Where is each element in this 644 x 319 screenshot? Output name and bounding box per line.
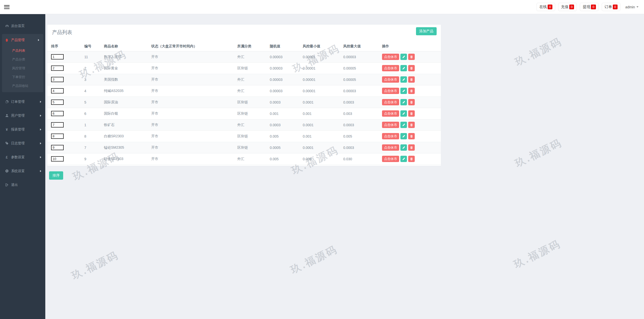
delete-button[interactable] (408, 54, 415, 60)
cell-random-value: 0.005 (266, 153, 299, 165)
cell-random-value: 0.00003 (266, 85, 299, 97)
table-row: 7 锰硅SM2305 开市 区块链 0.0005 0.0001 0.0003 点… (47, 142, 441, 153)
sidebar-item-logout[interactable]: 退出 (0, 178, 45, 192)
col-header-risk-max: 风控最大值 (339, 42, 378, 51)
sidebar-subitem-label: 产品列表 (12, 48, 25, 53)
stat-withdraw-label: 提现 (583, 5, 590, 9)
delete-button[interactable] (408, 156, 415, 162)
sidebar-item-order-management[interactable]: 订单管理 (0, 95, 45, 109)
cell-risk-min: 0.008 (299, 153, 339, 165)
edit-button[interactable] (400, 122, 407, 128)
toggle-market-button[interactable]: 点击休市 (382, 110, 399, 117)
toggle-market-button[interactable]: 点击休市 (382, 76, 399, 83)
sort-input[interactable] (51, 145, 64, 150)
pencil-icon (402, 157, 405, 161)
stat-recharge-badge: 0 (569, 5, 574, 9)
stat-recharge[interactable]: 充值 0 (558, 3, 577, 11)
cell-risk-min: 0.00001 (299, 85, 339, 97)
toggle-market-button[interactable]: 点击休市 (382, 156, 399, 162)
cell-id: 9 (81, 153, 100, 165)
sidebar: 后台首页 ฿ 产品管理 产品列表 产品分类 风控管理 下单管控 产品回收站 订单… (0, 14, 45, 319)
edit-button[interactable] (400, 99, 407, 105)
cell-risk-min: 0.001 (299, 108, 339, 119)
admin-dropdown[interactable]: admin (625, 5, 638, 9)
cell-category: 区块链 (234, 142, 266, 153)
pencil-icon (402, 101, 405, 104)
delete-button[interactable] (408, 144, 415, 151)
sort-input[interactable] (51, 111, 64, 116)
edit-button[interactable] (400, 76, 407, 83)
sidebar-item-report-management[interactable]: ¥ 报表管理 (0, 122, 45, 136)
cell-sort (47, 153, 81, 165)
edit-button[interactable] (400, 65, 407, 71)
cell-risk-max: 0.0003 (339, 142, 378, 153)
col-header-random: 随机值 (266, 42, 299, 51)
cell-status: 开市 (147, 108, 234, 119)
stat-withdraw[interactable]: 提现 0 (580, 3, 598, 11)
cell-actions: 点击休市 (378, 108, 441, 119)
sort-input[interactable] (51, 77, 64, 82)
delete-button[interactable] (408, 99, 415, 105)
sidebar-item-dashboard[interactable]: 后台首页 (0, 20, 45, 32)
sidebar-item-product-management[interactable]: ฿ 产品管理 (2, 34, 43, 46)
hamburger-menu-icon[interactable] (4, 5, 10, 9)
cell-id: 4 (81, 85, 100, 97)
cell-risk-max: 0.00005 (339, 62, 378, 74)
table-row: 1 铁矿石 开市 外汇 0.0003 0.0001 0.0003 点击休市 (47, 119, 441, 131)
stat-online[interactable]: 在线 0 (537, 3, 555, 11)
sidebar-item-label: 系统设置 (11, 169, 25, 173)
toggle-market-button[interactable]: 点击休市 (382, 133, 399, 139)
sidebar-subitem-product-list[interactable]: 产品列表 (2, 46, 43, 55)
delete-button[interactable] (408, 76, 415, 83)
sort-input[interactable] (51, 100, 64, 105)
delete-button[interactable] (408, 88, 415, 94)
cell-product-name: 铁矿石 (100, 119, 147, 131)
add-product-button[interactable]: 添加产品 (416, 27, 437, 35)
sort-input[interactable] (51, 156, 64, 162)
sidebar-subitem-product-recycle[interactable]: 产品回收站 (2, 81, 43, 90)
sidebar-item-user-management[interactable]: 用户管理 (0, 109, 45, 122)
edit-button[interactable] (400, 88, 407, 94)
cell-product-name: 锰硅SM2305 (100, 142, 147, 153)
stat-orders[interactable]: 订单 0 (602, 3, 620, 11)
sort-input[interactable] (51, 122, 64, 127)
trash-icon (410, 112, 413, 115)
stat-withdraw-badge: 0 (591, 5, 596, 9)
cell-category: 外汇 (234, 85, 266, 97)
toggle-market-button[interactable]: 点击休市 (382, 144, 399, 151)
toggle-market-button[interactable]: 点击休市 (382, 99, 399, 105)
toggle-market-button[interactable]: 点击休市 (382, 88, 399, 94)
sidebar-item-parameter-settings[interactable]: £ 参数设置 (0, 150, 45, 164)
delete-button[interactable] (408, 133, 415, 139)
toggle-market-button[interactable]: 点击休市 (382, 65, 399, 71)
cell-actions: 点击休市 (378, 62, 441, 74)
sidebar-subitem-product-category[interactable]: 产品分类 (2, 55, 43, 64)
edit-button[interactable] (400, 110, 407, 117)
pound-icon: £ (5, 155, 9, 159)
edit-button[interactable] (400, 133, 407, 139)
delete-button[interactable] (408, 65, 415, 71)
sort-input[interactable] (51, 88, 64, 93)
sort-input[interactable] (51, 66, 64, 71)
sort-input[interactable] (51, 54, 64, 59)
toggle-market-button[interactable]: 点击休市 (382, 122, 399, 128)
table-row: 4 纯碱AS2035 开市 外汇 0.00003 0.00001 0.00003… (47, 85, 441, 97)
sidebar-item-system-settings[interactable]: 系统设置 (0, 164, 45, 178)
toggle-market-button[interactable]: 点击休市 (382, 54, 399, 60)
trash-icon (410, 78, 413, 81)
cell-risk-max: 0.0003 (339, 119, 378, 131)
sort-submit-button[interactable]: 排序 (49, 171, 63, 180)
watermark-text: 玖.福源码 (513, 34, 564, 69)
delete-button[interactable] (408, 122, 415, 128)
delete-button[interactable] (408, 110, 415, 117)
edit-button[interactable] (400, 144, 407, 151)
sidebar-subitem-risk-management[interactable]: 风控管理 (2, 64, 43, 73)
edit-button[interactable] (400, 54, 407, 60)
edit-button[interactable] (400, 156, 407, 162)
sign-out-icon (5, 183, 9, 187)
sidebar-subitem-order-control[interactable]: 下单管控 (2, 73, 43, 81)
cell-product-name: 国际白银 (100, 108, 147, 119)
copy-icon (5, 100, 9, 104)
sidebar-item-log-management[interactable]: 日志管理 (0, 136, 45, 150)
sort-input[interactable] (51, 134, 64, 139)
